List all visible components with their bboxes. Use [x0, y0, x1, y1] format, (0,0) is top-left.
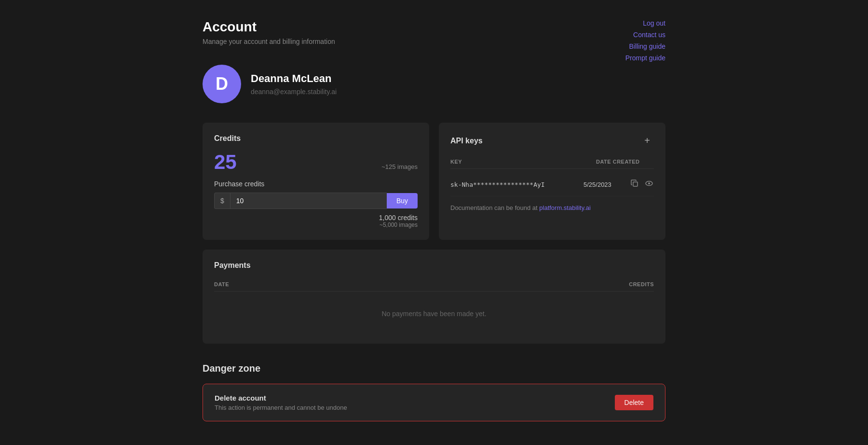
payments-card: Payments DATE CREDITS No payments have b…: [203, 250, 665, 344]
api-keys-header: API keys +: [450, 134, 654, 147]
credits-preview-amount: 1,000 credits: [214, 214, 418, 222]
api-key-actions: [630, 179, 654, 190]
api-key-value: sk-Nha****************AyI: [450, 181, 576, 188]
contact-us-link[interactable]: Contact us: [633, 31, 665, 39]
buy-button[interactable]: Buy: [387, 193, 418, 209]
danger-zone-title: Danger zone: [203, 363, 665, 374]
copy-key-button[interactable]: [630, 179, 639, 190]
purchase-credits-label: Purchase credits: [214, 180, 418, 188]
api-keys-title: API keys: [450, 137, 483, 145]
profile-info: Deanna McLean deanna@example.stability.a…: [251, 72, 337, 96]
danger-zone-section: Danger zone Delete account This action i…: [203, 363, 665, 421]
col-header-key: KEY: [450, 159, 596, 165]
top-navigation: Log out Contact us Billing guide Prompt …: [625, 19, 665, 62]
purchase-input-row: $ Buy: [214, 193, 418, 209]
page-subtitle: Manage your account and billing informat…: [203, 38, 665, 45]
credits-card: Credits 25 ~125 images Purchase credits …: [203, 123, 429, 240]
purchase-amount-input[interactable]: [230, 193, 387, 209]
delete-account-button[interactable]: Delete: [615, 395, 653, 410]
profile-section: D Deanna McLean deanna@example.stability…: [203, 65, 665, 103]
add-api-key-button[interactable]: +: [640, 134, 654, 147]
dollar-sign: $: [214, 193, 230, 209]
no-payments-message: No payments have been made yet.: [214, 295, 654, 332]
svg-rect-0: [633, 182, 637, 186]
credits-amount: 25: [214, 151, 237, 174]
col-header-payment-date: DATE: [214, 281, 629, 287]
payments-table-header: DATE CREDITS: [214, 278, 654, 292]
api-keys-table-header: KEY DATE CREATED: [450, 155, 654, 169]
danger-zone-card: Delete account This action is permanent …: [203, 384, 665, 421]
prompt-guide-link[interactable]: Prompt guide: [625, 54, 665, 62]
credits-images: ~125 images: [381, 163, 418, 170]
profile-name: Deanna McLean: [251, 72, 337, 85]
billing-guide-link[interactable]: Billing guide: [629, 42, 666, 50]
api-keys-table: KEY DATE CREATED sk-Nha****************A…: [450, 155, 654, 196]
credits-title: Credits: [214, 134, 418, 143]
platform-link[interactable]: platform.stability.ai: [539, 204, 591, 211]
delete-account-title: Delete account: [215, 394, 347, 402]
page-title: Account: [203, 19, 665, 35]
danger-zone-info: Delete account This action is permanent …: [215, 394, 347, 411]
log-out-link[interactable]: Log out: [643, 19, 665, 27]
cards-row: Credits 25 ~125 images Purchase credits …: [203, 123, 665, 240]
api-keys-card: API keys + KEY DATE CREATED sk-Nha******…: [439, 123, 665, 240]
view-key-button[interactable]: [644, 179, 654, 190]
avatar: D: [203, 65, 241, 103]
payments-title: Payments: [214, 261, 654, 270]
credits-row: 25 ~125 images: [214, 151, 418, 180]
col-header-date: DATE CREATED: [596, 159, 654, 165]
col-header-payment-credits: CREDITS: [629, 281, 654, 287]
credits-preview-images: ~5,000 images: [214, 222, 418, 228]
api-key-row: sk-Nha****************AyI 5/25/2023: [450, 173, 654, 196]
api-doc-text: Documentation can be found at platform.s…: [450, 204, 654, 211]
delete-account-desc: This action is permanent and cannot be u…: [215, 404, 347, 411]
profile-email: deanna@example.stability.ai: [251, 88, 337, 96]
svg-point-2: [648, 182, 650, 184]
credits-preview: 1,000 credits ~5,000 images: [214, 214, 418, 228]
api-key-date: 5/25/2023: [583, 181, 622, 188]
